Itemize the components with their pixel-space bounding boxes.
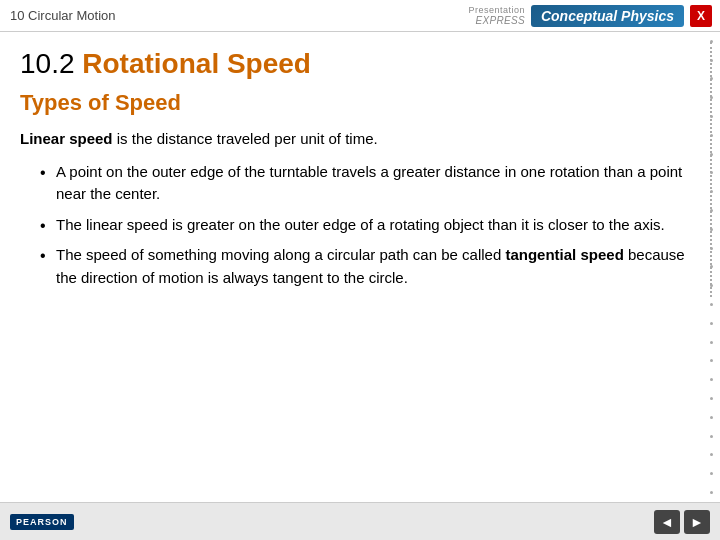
header-right: Presentation EXPRESS Conceptual Physics … bbox=[468, 5, 712, 27]
close-button[interactable]: X bbox=[690, 5, 712, 27]
section-number: 10.2 bbox=[20, 48, 75, 79]
chapter-title: 10 Circular Motion bbox=[10, 8, 116, 23]
intro-rest: is the distance traveled per unit of tim… bbox=[117, 130, 378, 147]
linear-speed-bold: Linear speed bbox=[20, 130, 113, 147]
next-button[interactable]: ► bbox=[684, 510, 710, 534]
presentation-express-label: Presentation EXPRESS bbox=[468, 5, 525, 26]
section-title-text: Rotational Speed bbox=[82, 48, 311, 79]
main-content: 10.2 Rotational Speed Types of Speed Lin… bbox=[0, 32, 720, 307]
subtitle: Types of Speed bbox=[20, 90, 700, 116]
bottom-bar: PEARSON ◄ ► bbox=[0, 502, 720, 540]
list-item: The linear speed is greater on the outer… bbox=[40, 214, 700, 237]
section-title: 10.2 Rotational Speed bbox=[20, 48, 700, 80]
bullet-list: A point on the outer edge of the turntab… bbox=[40, 161, 700, 290]
nav-buttons: ◄ ► bbox=[654, 510, 710, 534]
chapter-number: 10 bbox=[10, 8, 24, 23]
intro-text: Linear speed is the distance traveled pe… bbox=[20, 128, 700, 151]
header: 10 Circular Motion Presentation EXPRESS … bbox=[0, 0, 720, 32]
pearson-logo: PEARSON bbox=[10, 514, 74, 530]
brand-label: Conceptual Physics bbox=[531, 5, 684, 27]
tangential-speed-bold: tangential speed bbox=[505, 246, 623, 263]
list-item: The speed of something moving along a ci… bbox=[40, 244, 700, 289]
list-item: A point on the outer edge of the turntab… bbox=[40, 161, 700, 206]
prev-button[interactable]: ◄ bbox=[654, 510, 680, 534]
